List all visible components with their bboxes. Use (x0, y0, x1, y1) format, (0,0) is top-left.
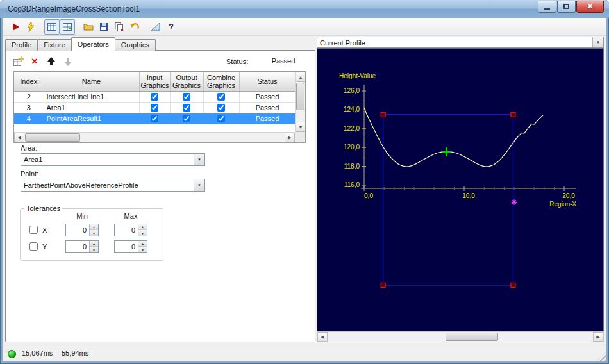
cell-index[interactable]: 3 (14, 102, 44, 113)
area-combobox[interactable]: Area1 ▼ (21, 153, 205, 166)
tab-operators[interactable]: Operators (71, 37, 115, 51)
cell-status: Passed (239, 113, 296, 124)
copy-results-button[interactable] (112, 19, 127, 35)
move-up-button[interactable] (44, 54, 58, 69)
display-selector-combobox[interactable]: Current.Profile ▼ (317, 37, 604, 48)
minimize-button[interactable] (538, 1, 556, 13)
cell-name[interactable]: Area1 (44, 102, 139, 113)
chart-horizontal-scrollbar[interactable]: ◀ ▶ (317, 331, 604, 342)
maximize-button[interactable] (557, 1, 576, 13)
output-graphics-checkbox[interactable] (183, 115, 190, 122)
spin-up-button[interactable]: ▲ (138, 224, 147, 230)
tolerance-y-min-spinner[interactable]: 0 ▲▼ (65, 240, 99, 253)
delete-operator-button[interactable]: × (28, 54, 42, 69)
tab-fixture[interactable]: Fixture (37, 39, 72, 51)
measure-button[interactable] (148, 19, 163, 35)
scroll-left-button[interactable]: ◀ (317, 332, 328, 342)
spin-up-button[interactable]: ▲ (90, 224, 98, 230)
col-header-index[interactable]: Index (14, 72, 44, 91)
cell-name[interactable]: IntersectLineLine1 (44, 91, 139, 102)
col-header-input-graphics[interactable]: Input Graphics (139, 72, 170, 91)
point-combobox-button[interactable]: ▼ (194, 179, 204, 191)
profile-chart-svg[interactable]: 126,0124,0122,0120,0118,0116,00,010,020,… (317, 49, 603, 331)
region-corner-handle[interactable] (511, 283, 515, 287)
tolerance-y-min-value[interactable]: 0 (66, 241, 88, 252)
table-vertical-scrollbar[interactable]: ▲ ▼ (295, 72, 305, 132)
col-header-name[interactable]: Name (44, 72, 139, 91)
arrow-up-icon (46, 56, 56, 67)
input-graphics-checkbox[interactable] (151, 104, 158, 112)
tolerance-x-max-value[interactable]: 0 (115, 224, 137, 236)
save-button[interactable] (96, 19, 112, 35)
output-graphics-checkbox[interactable] (183, 93, 190, 101)
move-down-button[interactable] (61, 54, 75, 69)
run-status-led (8, 350, 16, 358)
cell-index[interactable]: 4 (14, 113, 44, 124)
table-horizontal-scrollbar[interactable]: ◀ ▶ (14, 132, 295, 142)
scroll-right-button[interactable]: ▶ (285, 133, 295, 143)
x-axis-title: Region-X (549, 201, 576, 208)
region-corner-handle[interactable] (381, 283, 385, 287)
tolerance-y-label: Y (42, 243, 47, 251)
y-tick-label: 116,0 (344, 181, 360, 188)
spin-up-button[interactable]: ▲ (90, 241, 98, 247)
col-header-status[interactable]: Status (239, 72, 296, 91)
combine-graphics-checkbox[interactable] (217, 104, 225, 112)
run-button[interactable] (8, 19, 23, 35)
col-header-output-graphics[interactable]: Output Graphics (170, 72, 203, 91)
input-graphics-checkbox[interactable] (151, 115, 158, 122)
spin-up-button[interactable]: ▲ (138, 241, 147, 247)
delete-icon: × (31, 56, 38, 67)
region-corner-handle[interactable] (511, 112, 515, 117)
spin-down-button[interactable]: ▼ (90, 247, 98, 252)
scroll-up-button[interactable]: ▲ (296, 72, 306, 82)
cell-input-graphics (139, 102, 170, 113)
tolerance-x-min-spinner[interactable]: 0 ▲▼ (65, 224, 99, 236)
profile-chart[interactable]: 126,0124,0122,0120,0118,0116,00,010,020,… (317, 48, 604, 331)
area-combobox-button[interactable]: ▼ (194, 154, 204, 165)
output-graphics-checkbox[interactable] (183, 104, 190, 112)
vertical-scroll-thumb[interactable] (296, 83, 304, 110)
open-button[interactable] (81, 19, 96, 35)
tab-graphics[interactable]: Graphics (115, 39, 156, 51)
combine-graphics-checkbox[interactable] (217, 115, 225, 122)
reset-button[interactable] (127, 19, 142, 35)
image-display-toggle[interactable] (44, 19, 60, 35)
display-selector-button[interactable]: ▼ (592, 37, 603, 47)
spin-down-button[interactable]: ▼ (138, 230, 147, 236)
close-button[interactable]: ✕ (576, 1, 604, 13)
tolerance-y-max-spinner[interactable]: 0 ▲▼ (114, 240, 147, 253)
horizontal-scroll-thumb[interactable] (25, 133, 80, 142)
combine-graphics-checkbox[interactable] (217, 93, 225, 101)
scroll-right-button[interactable]: ▶ (593, 332, 603, 342)
tolerance-x-max-spinner[interactable]: 0 ▲▼ (114, 224, 147, 236)
run-icon (10, 21, 21, 33)
col-header-combine-graphics[interactable]: Combine Graphics (203, 72, 239, 91)
table-row[interactable]: 2 IntersectLineLine1 Passed (14, 91, 296, 102)
input-graphics-checkbox[interactable] (151, 93, 158, 101)
table-row[interactable]: 3 Area1 Passed (14, 102, 296, 113)
cell-name[interactable]: PointAreaResult1 (44, 113, 139, 124)
tolerance-x-checkbox[interactable] (29, 226, 38, 234)
table-row[interactable]: 4 PointAreaResult1 Passed (14, 113, 296, 124)
region-corner-handle[interactable] (381, 112, 385, 117)
point-combobox[interactable]: FarthestPointAboveReferenceProfile ▼ (21, 179, 205, 192)
chart-scroll-thumb[interactable] (446, 333, 498, 341)
tolerance-x-min-value[interactable]: 0 (66, 224, 88, 236)
scroll-down-button[interactable]: ▼ (296, 122, 306, 132)
display-selector-value: Current.Profile (320, 37, 590, 49)
tolerance-y-max-value[interactable]: 0 (115, 241, 137, 252)
cell-index[interactable]: 2 (14, 91, 44, 102)
help-button[interactable]: ? (163, 19, 179, 35)
tolerance-y-checkbox[interactable] (29, 242, 38, 251)
scroll-left-button[interactable]: ◀ (14, 133, 24, 143)
graphics-display-toggle[interactable] (60, 19, 75, 35)
spin-down-button[interactable]: ▼ (138, 247, 147, 252)
resize-grip[interactable] (597, 352, 606, 361)
tab-profile[interactable]: Profile (5, 39, 38, 51)
trigger-button[interactable] (23, 19, 38, 35)
y-tick-label: 122,0 (344, 125, 360, 132)
titlebar[interactable]: Cog3DRangeImageCrossSectionTool1 ✕ (0, 0, 609, 18)
spin-down-button[interactable]: ▼ (90, 230, 98, 236)
add-operator-button[interactable] (11, 54, 25, 69)
